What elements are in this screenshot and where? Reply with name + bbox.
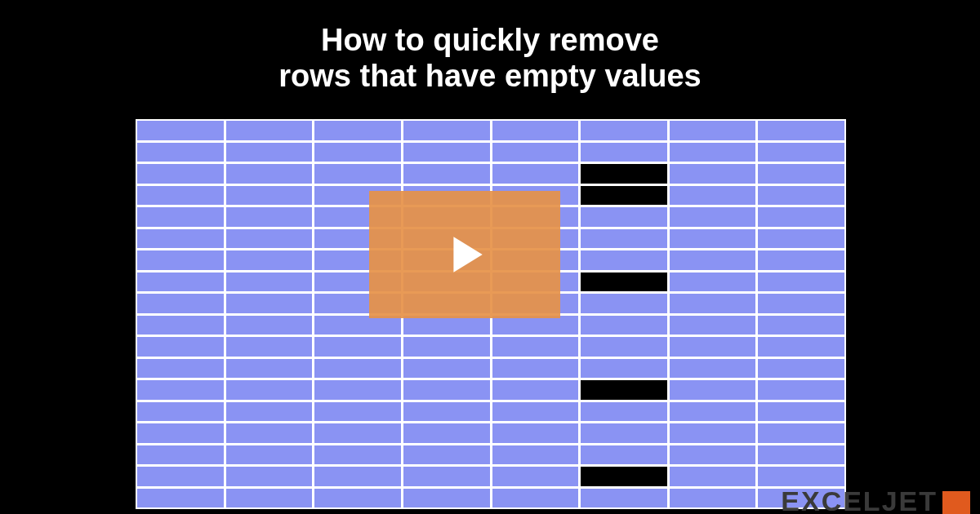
grid-cell xyxy=(137,273,224,292)
grid-cell xyxy=(137,402,224,422)
grid-cell xyxy=(492,143,579,162)
grid-cell xyxy=(758,273,844,292)
grid-cell xyxy=(137,489,224,508)
grid-cell xyxy=(758,380,844,400)
grid-cell xyxy=(226,229,313,249)
grid-cell xyxy=(137,316,224,335)
grid-cell xyxy=(581,164,667,184)
play-button[interactable] xyxy=(369,191,560,318)
grid-cell xyxy=(758,250,844,270)
grid-cell xyxy=(314,316,401,335)
grid-cell xyxy=(137,467,224,486)
grid-cell xyxy=(137,423,224,443)
grid-cell xyxy=(314,423,401,443)
grid-cell xyxy=(670,250,756,270)
grid-cell xyxy=(314,359,401,379)
grid-cell xyxy=(670,143,756,162)
grid-cell xyxy=(758,164,844,184)
grid-cell xyxy=(758,423,844,443)
grid-cell xyxy=(758,402,844,422)
grid-cell xyxy=(581,229,667,249)
grid-cell xyxy=(226,294,313,313)
grid-cell xyxy=(492,489,579,508)
grid-cell xyxy=(581,273,667,292)
grid-cell xyxy=(581,489,667,508)
grid-cell xyxy=(226,359,313,379)
title-line-2: rows that have empty values xyxy=(0,59,980,95)
grid-cell xyxy=(314,445,401,465)
grid-cell xyxy=(314,143,401,162)
grid-cell xyxy=(226,143,313,162)
grid-cell xyxy=(758,229,844,249)
grid-cell xyxy=(137,143,224,162)
grid-cell xyxy=(492,164,579,184)
grid-cell xyxy=(403,121,490,140)
grid-cell xyxy=(758,467,844,486)
grid-cell xyxy=(581,207,667,227)
grid-cell xyxy=(137,250,224,270)
grid-cell xyxy=(492,380,579,400)
grid-cell xyxy=(670,402,756,422)
grid-cell xyxy=(314,467,401,486)
grid-cell xyxy=(670,164,756,184)
brand-text: EXCELJET xyxy=(781,485,938,514)
page-title: How to quickly remove rows that have emp… xyxy=(0,0,980,94)
grid-cell xyxy=(226,489,313,508)
grid-cell xyxy=(403,337,490,357)
grid-cell xyxy=(226,337,313,357)
grid-cell xyxy=(492,467,579,486)
grid-cell xyxy=(226,316,313,335)
grid-cell xyxy=(670,359,756,379)
grid-cell xyxy=(670,445,756,465)
grid-cell xyxy=(581,402,667,422)
title-line-1: How to quickly remove xyxy=(0,23,980,59)
grid-cell xyxy=(581,294,667,313)
grid-cell xyxy=(758,445,844,465)
grid-cell xyxy=(492,337,579,357)
grid-cell xyxy=(226,186,313,206)
grid-cell xyxy=(581,380,667,400)
grid-cell xyxy=(314,402,401,422)
grid-cell xyxy=(403,467,490,486)
grid-cell xyxy=(314,380,401,400)
grid-cell xyxy=(137,380,224,400)
brand-logo: EXCELJET xyxy=(781,485,970,514)
grid-cell xyxy=(670,423,756,443)
grid-cell xyxy=(137,207,224,227)
grid-cell xyxy=(226,121,313,140)
grid-cell xyxy=(314,121,401,140)
grid-cell xyxy=(226,207,313,227)
grid-cell xyxy=(314,337,401,357)
grid-cell xyxy=(403,489,490,508)
grid-cell xyxy=(581,143,667,162)
grid-cell xyxy=(670,186,756,206)
grid-cell xyxy=(226,467,313,486)
grid-cell xyxy=(581,423,667,443)
grid-cell xyxy=(492,359,579,379)
grid-cell xyxy=(137,121,224,140)
grid-cell xyxy=(581,359,667,379)
grid-cell xyxy=(581,467,667,486)
grid-cell xyxy=(581,121,667,140)
grid-cell xyxy=(670,294,756,313)
grid-cell xyxy=(403,423,490,443)
grid-cell xyxy=(758,186,844,206)
grid-cell xyxy=(226,445,313,465)
grid-cell xyxy=(403,164,490,184)
grid-cell xyxy=(137,164,224,184)
grid-cell xyxy=(670,273,756,292)
grid-cell xyxy=(137,229,224,249)
play-icon xyxy=(437,227,492,282)
grid-cell xyxy=(403,445,490,465)
grid-cell xyxy=(226,273,313,292)
grid-cell xyxy=(226,164,313,184)
grid-cell xyxy=(226,250,313,270)
grid-cell xyxy=(670,467,756,486)
grid-cell xyxy=(758,316,844,335)
grid-cell xyxy=(137,294,224,313)
grid-cell xyxy=(403,380,490,400)
grid-cell xyxy=(403,359,490,379)
grid-cell xyxy=(670,207,756,227)
grid-cell xyxy=(758,143,844,162)
grid-cell xyxy=(137,186,224,206)
